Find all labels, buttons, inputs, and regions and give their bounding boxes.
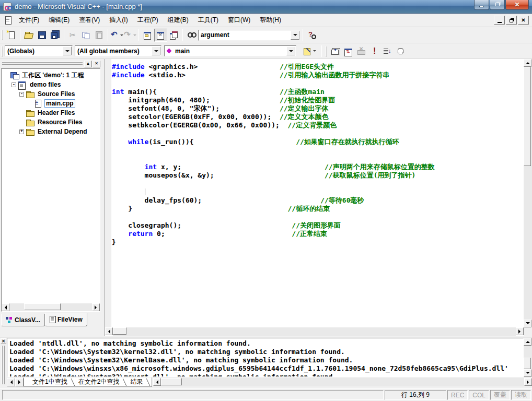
code-line-21[interactable]: return 0;//正常结束 bbox=[112, 230, 524, 238]
menu-item-6[interactable]: 工具(T) bbox=[193, 14, 223, 26]
selection-margin[interactable] bbox=[105, 59, 111, 327]
scroll-track[interactable] bbox=[161, 378, 524, 386]
wizardbar-action-button[interactable] bbox=[299, 44, 319, 57]
scroll-track[interactable] bbox=[113, 327, 516, 336]
output-close-button[interactable]: ✕ bbox=[1, 338, 6, 344]
stop-build-button[interactable] bbox=[355, 44, 368, 57]
member-combobox[interactable]: main bbox=[164, 45, 296, 56]
toolbar-gripper[interactable] bbox=[2, 30, 3, 40]
document-icon[interactable] bbox=[4, 16, 12, 24]
find-combobox[interactable]: argument bbox=[198, 30, 300, 41]
toolbar-gripper[interactable] bbox=[326, 46, 327, 56]
code-line-13[interactable]: int x, y;//声明两个用来存储鼠标位置的整数 bbox=[112, 163, 524, 171]
filter-combobox[interactable]: (All global members) bbox=[75, 45, 161, 56]
menu-item-5[interactable]: 组建(B) bbox=[163, 14, 193, 26]
collapse-icon[interactable]: - bbox=[19, 92, 24, 97]
output-tab-2[interactable]: 结果 bbox=[125, 378, 148, 386]
menu-item-0[interactable]: 文件(F) bbox=[14, 14, 44, 26]
code-line-2[interactable]: #include <stdio.h>//引用输入输出函数用于拼接字符串 bbox=[112, 71, 524, 79]
scroll-thumb[interactable] bbox=[524, 358, 531, 369]
filter-combobox-dropdown[interactable] bbox=[152, 46, 160, 55]
code-line-7[interactable]: setcolor(EGERGB(0xFF, 0x00, 0x00));//定义文… bbox=[112, 113, 524, 121]
scroll-down-button[interactable] bbox=[524, 320, 531, 327]
code-line-4[interactable]: int main(){//主函数main bbox=[112, 88, 524, 96]
tab-scroll-left-button[interactable] bbox=[7, 378, 15, 386]
code-line-17[interactable]: delay_fps(60);//等待60毫秒 bbox=[112, 196, 524, 205]
menu-item-1[interactable]: 编辑(E) bbox=[44, 14, 74, 26]
scope-combobox-dropdown[interactable] bbox=[63, 46, 72, 55]
breakpoint-button[interactable] bbox=[394, 44, 407, 57]
code-line-16[interactable] bbox=[112, 188, 524, 196]
mdi-close-button[interactable]: ✕ bbox=[518, 16, 529, 25]
workspace-close-button[interactable]: ✕ bbox=[92, 61, 100, 67]
redo-button[interactable] bbox=[123, 29, 136, 42]
code-line-18[interactable]: }//循环的结束 bbox=[112, 205, 524, 213]
mdi-restore-button[interactable] bbox=[506, 16, 517, 25]
editor-vscrollbar[interactable] bbox=[524, 59, 532, 327]
code-line-1[interactable]: #include <graphics.h>//引用EGE头文件 bbox=[112, 63, 524, 71]
code-line-6[interactable]: setfont(48, 0, "宋体");//定义输出字体 bbox=[112, 104, 524, 113]
gripper-lines[interactable] bbox=[2, 346, 5, 384]
code-line-20[interactable]: closegraph();//关闭图形界面 bbox=[112, 221, 524, 230]
scroll-left-button[interactable] bbox=[153, 378, 161, 386]
paste-button[interactable] bbox=[92, 29, 106, 42]
scope-combobox[interactable]: (Globals) bbox=[5, 45, 73, 56]
toolbar-gripper[interactable] bbox=[2, 46, 3, 56]
code-line-22[interactable]: } bbox=[112, 238, 524, 246]
scroll-left-button[interactable] bbox=[105, 327, 113, 335]
workspace-tab-classv[interactable]: ClassV... bbox=[1, 314, 45, 326]
scroll-left-button[interactable] bbox=[2, 303, 9, 311]
menu-item-4[interactable]: 工程(P) bbox=[133, 14, 163, 26]
search-button[interactable] bbox=[305, 29, 318, 42]
scroll-thumb[interactable] bbox=[161, 378, 182, 385]
tree-row-3[interactable]: main.cpp bbox=[2, 99, 100, 108]
scroll-right-button[interactable] bbox=[524, 378, 532, 386]
find-combobox-dropdown[interactable] bbox=[291, 31, 299, 40]
code-line-12[interactable] bbox=[112, 155, 524, 163]
scroll-track[interactable] bbox=[524, 67, 532, 320]
execute-button[interactable] bbox=[368, 44, 381, 57]
workspace-hscrollbar[interactable] bbox=[2, 303, 100, 311]
menu-item-8[interactable]: 帮助(H) bbox=[255, 14, 286, 26]
menu-item-2[interactable]: 查看(V) bbox=[74, 14, 105, 26]
workspace-gripper[interactable]: ▲ ✕ bbox=[1, 60, 100, 67]
scroll-thumb[interactable] bbox=[113, 327, 126, 335]
output-hscrollbar[interactable] bbox=[153, 378, 532, 386]
tree-row-4[interactable]: Header Files bbox=[2, 108, 100, 117]
scroll-track[interactable] bbox=[524, 346, 532, 369]
code-line-14[interactable]: mousepos(&x, &y);//获取鼠标位置(用到了指针) bbox=[112, 171, 524, 180]
compile-button[interactable] bbox=[329, 44, 342, 57]
code-line-8[interactable]: setbkcolor(EGERGB(0x00, 0x66, 0x00));//定… bbox=[112, 121, 524, 129]
workspace-tab-fileview[interactable]: FileView bbox=[45, 313, 87, 326]
scroll-thumb[interactable] bbox=[24, 303, 61, 310]
cut-button[interactable] bbox=[66, 29, 79, 42]
tree-row-6[interactable]: +External Depend bbox=[2, 127, 100, 136]
collapse-icon[interactable]: - bbox=[11, 82, 16, 87]
scroll-right-button[interactable] bbox=[92, 303, 100, 311]
tree-row-2[interactable]: -Source Files bbox=[2, 89, 100, 99]
output-vscrollbar[interactable] bbox=[524, 338, 532, 377]
menu-item-7[interactable]: 窗口(W) bbox=[223, 14, 255, 26]
window-list-button[interactable] bbox=[167, 29, 180, 42]
code-line-3[interactable] bbox=[112, 79, 524, 88]
tree-row-1[interactable]: -demo files bbox=[2, 80, 100, 89]
find-button[interactable] bbox=[185, 29, 198, 42]
output-tab-1[interactable]: 在文件2中查找 bbox=[73, 378, 125, 386]
code-line-9[interactable] bbox=[112, 129, 524, 138]
minimize-button[interactable] bbox=[474, 0, 489, 10]
code-line-11[interactable] bbox=[112, 146, 524, 155]
scroll-down-button[interactable] bbox=[524, 369, 531, 377]
tree-row-5[interactable]: Resource Files bbox=[2, 117, 100, 127]
code-line-15[interactable] bbox=[112, 180, 524, 188]
toggle-output-button[interactable] bbox=[154, 29, 167, 42]
output-tab-0[interactable]: 文件1中查找 bbox=[27, 378, 73, 386]
gripper-lines[interactable] bbox=[2, 62, 83, 65]
close-button[interactable]: ✕ bbox=[505, 0, 529, 10]
scroll-up-button[interactable] bbox=[524, 59, 531, 67]
tab-scroll-right-button[interactable] bbox=[15, 378, 24, 386]
code-text-area[interactable]: #include <graphics.h>//引用EGE头文件#include … bbox=[112, 63, 524, 246]
scroll-track[interactable] bbox=[9, 303, 92, 311]
code-line-5[interactable]: initgraph(640, 480);//初始化绘图界面 bbox=[112, 96, 524, 104]
tree-row-0[interactable]: 工作区 'demo': 1 工程 bbox=[2, 70, 100, 80]
scroll-right-button[interactable] bbox=[516, 327, 524, 335]
